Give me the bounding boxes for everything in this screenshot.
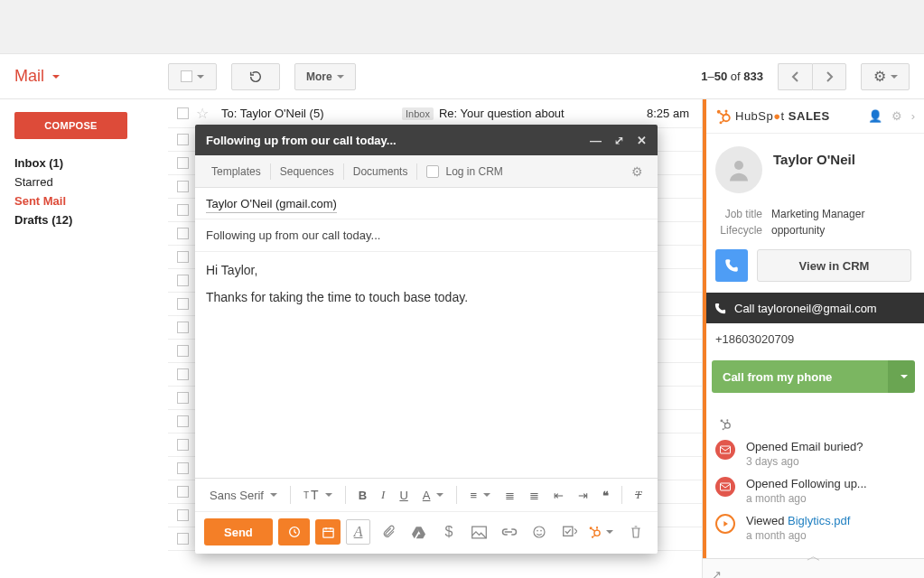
row-checkbox[interactable] xyxy=(177,439,189,451)
row-checkbox[interactable] xyxy=(177,157,189,169)
money-button[interactable]: $ xyxy=(436,519,461,545)
minimize-icon[interactable]: — xyxy=(590,134,602,147)
expand-icon[interactable]: ⤢ xyxy=(614,134,624,147)
indent-more-button[interactable]: ⇥ xyxy=(573,485,593,506)
recipient-chip[interactable]: Taylor O'Neil (gmail.com) xyxy=(206,195,337,213)
bottom-panel[interactable]: ︿ ↗ xyxy=(703,558,924,578)
row-checkbox[interactable] xyxy=(177,204,189,216)
row-checkbox[interactable] xyxy=(177,415,189,427)
calendar-button[interactable] xyxy=(315,519,340,545)
next-page-button[interactable] xyxy=(812,63,846,90)
nav-sent[interactable]: Sent Mail xyxy=(14,191,168,210)
more-button[interactable]: More xyxy=(294,63,356,90)
tab-templates[interactable]: Templates xyxy=(202,165,270,178)
schedule-send-button[interactable] xyxy=(278,518,311,545)
mail-dropdown[interactable]: Mail xyxy=(14,67,168,86)
bold-button[interactable]: B xyxy=(353,485,372,506)
discard-button[interactable] xyxy=(624,519,649,545)
row-checkbox[interactable] xyxy=(177,298,189,310)
hubspot-button[interactable] xyxy=(588,519,613,545)
gear-icon[interactable]: ⚙ xyxy=(891,109,902,123)
call-from-dropdown[interactable] xyxy=(888,360,915,393)
compose-header[interactable]: Following up from our call today... — ⤢ … xyxy=(195,125,658,155)
row-checkbox[interactable] xyxy=(177,251,189,263)
tab-documents[interactable]: Documents xyxy=(344,165,417,178)
emoji-button[interactable] xyxy=(527,519,552,545)
row-checkbox[interactable] xyxy=(177,275,189,286)
popout-icon[interactable]: ↗ xyxy=(712,568,722,578)
document-link[interactable]: Biglytics.pdf xyxy=(788,514,850,527)
text-color-button[interactable]: A xyxy=(417,485,450,506)
timeline-item[interactable] xyxy=(715,415,924,431)
format-toolbar: Sans Serif TT B I U A ≡ ≣ ≣ ⇤ ⇥ ❝ T xyxy=(195,478,658,511)
chevron-up-icon[interactable]: ︿ xyxy=(807,547,821,566)
star-icon[interactable]: ☆ xyxy=(196,105,209,122)
row-checkbox[interactable] xyxy=(177,392,189,404)
timeline-item[interactable]: Opened Following up... a month ago xyxy=(715,477,924,505)
settings-button[interactable]: ⚙ xyxy=(861,63,910,90)
svg-rect-6 xyxy=(564,527,573,536)
indent-less-button[interactable]: ⇤ xyxy=(548,485,569,506)
nav-drafts[interactable]: Drafts (12) xyxy=(14,210,168,229)
font-size-button[interactable]: TT xyxy=(298,484,338,506)
send-button[interactable]: Send xyxy=(204,518,273,545)
prev-page-button[interactable] xyxy=(778,63,812,90)
body-line: Hi Taylor, xyxy=(206,263,647,277)
nav-starred[interactable]: Starred xyxy=(14,172,168,191)
paperclip-icon xyxy=(381,525,396,539)
view-in-crm-button[interactable]: View in CRM xyxy=(757,249,911,282)
insert-link-button[interactable] xyxy=(497,519,521,545)
remove-format-button[interactable]: T xyxy=(630,484,647,506)
text-format-button[interactable]: A xyxy=(346,519,371,545)
svg-point-4 xyxy=(537,530,539,532)
row-checkbox[interactable] xyxy=(177,486,189,498)
link-icon xyxy=(501,527,518,536)
svg-point-14 xyxy=(720,121,723,124)
row-checkbox[interactable] xyxy=(177,509,189,521)
chevron-right-icon[interactable]: › xyxy=(911,109,915,123)
row-checkbox[interactable] xyxy=(177,533,189,545)
row-checkbox[interactable] xyxy=(177,368,189,380)
call-from-phone-button[interactable]: Call from my phone xyxy=(712,360,888,393)
numbered-list-button[interactable]: ≣ xyxy=(499,485,520,506)
log-in-crm-toggle[interactable]: Log in CRM xyxy=(426,165,502,178)
timeline-sub: a month ago xyxy=(746,529,850,542)
timeline-item[interactable]: Opened Email buried? 3 days ago xyxy=(715,440,924,468)
quote-button[interactable]: ❝ xyxy=(597,485,614,506)
bulleted-list-button[interactable]: ≣ xyxy=(524,485,545,506)
user-icon[interactable]: 👤 xyxy=(868,109,882,123)
call-button[interactable] xyxy=(715,249,748,282)
row-checkbox[interactable] xyxy=(177,181,189,192)
italic-button[interactable]: I xyxy=(376,484,390,506)
row-checkbox[interactable] xyxy=(177,322,189,333)
drive-button[interactable] xyxy=(406,519,431,545)
row-checkbox[interactable] xyxy=(177,107,189,119)
insert-photo-button[interactable] xyxy=(467,519,491,545)
select-all-checkbox[interactable] xyxy=(168,63,217,90)
align-button[interactable]: ≡ xyxy=(464,485,496,506)
row-checkbox[interactable] xyxy=(177,228,189,239)
email-open-icon xyxy=(715,440,735,460)
task-button[interactable] xyxy=(557,519,582,545)
calendar-icon xyxy=(322,526,335,539)
compose-body[interactable]: Hi Taylor, Thanks for taking the time to… xyxy=(195,252,658,478)
timeline-item[interactable]: Viewed Biglytics.pdf a month ago xyxy=(715,514,924,542)
to-field[interactable]: Taylor O'Neil (gmail.com) xyxy=(195,188,658,219)
row-checkbox[interactable] xyxy=(177,462,189,474)
hubspot-logo-text: HubSp●t SALES xyxy=(735,109,830,123)
close-icon[interactable]: ✕ xyxy=(637,134,647,147)
attach-button[interactable] xyxy=(376,519,400,545)
underline-button[interactable]: U xyxy=(394,485,413,506)
tab-sequences[interactable]: Sequences xyxy=(271,165,343,178)
subject-field[interactable]: Following up from our call today... xyxy=(195,219,658,252)
nav-inbox[interactable]: Inbox (1) xyxy=(14,154,168,172)
row-checkbox[interactable] xyxy=(177,345,189,357)
row-checkbox[interactable] xyxy=(177,134,189,145)
call-email-bar[interactable]: Call tayloroneil@gmail.com xyxy=(703,293,924,323)
row-label: Inbox xyxy=(402,107,434,120)
font-family-select[interactable]: Sans Serif xyxy=(204,485,283,506)
refresh-button[interactable] xyxy=(231,63,280,90)
compose-button[interactable]: COMPOSE xyxy=(14,112,127,139)
phone-number[interactable]: +18603020709 xyxy=(703,323,924,355)
compose-settings-button[interactable]: ⚙ xyxy=(624,164,650,179)
